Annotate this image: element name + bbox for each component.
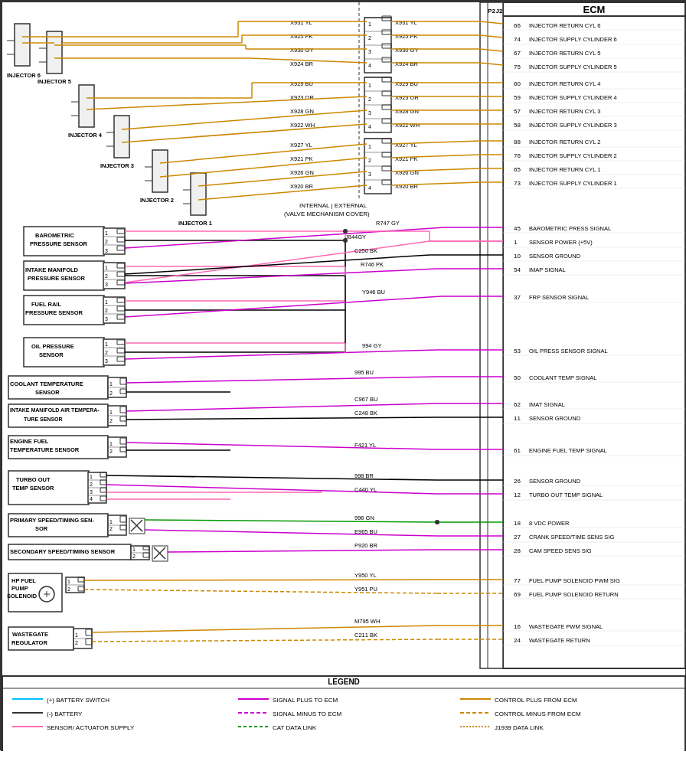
diagram-container: ECM P2 J2 66 INJECTOR RETURN CYL 6 74 IN…: [0, 0, 686, 750]
svg-text:X930 GY: X930 GY: [395, 47, 418, 54]
svg-rect-171: [47, 31, 62, 74]
svg-text:76: 76: [514, 152, 521, 159]
svg-text:3: 3: [90, 489, 93, 495]
svg-text:TEMPERATURE SENSOR: TEMPERATURE SENSOR: [10, 446, 80, 453]
svg-text:62: 62: [514, 401, 521, 408]
svg-text:ENGINE FUEL: ENGINE FUEL: [10, 438, 49, 445]
svg-text:4: 4: [368, 124, 371, 129]
svg-text:50: 50: [514, 374, 521, 381]
svg-point-405: [435, 520, 439, 524]
svg-text:996 GN: 996 GN: [354, 514, 374, 521]
svg-text:X929 BU: X929 BU: [395, 80, 418, 87]
svg-text:3: 3: [368, 49, 371, 54]
svg-text:994 GY: 994 GY: [362, 342, 381, 349]
svg-text:J1939 DATA LINK: J1939 DATA LINK: [495, 724, 544, 731]
svg-text:2: 2: [109, 418, 113, 423]
svg-text:SENSOR/ ACTUATOR SUPPLY: SENSOR/ ACTUATOR SUPPLY: [47, 724, 135, 731]
svg-text:2: 2: [90, 482, 93, 487]
svg-text:WASTEGATE: WASTEGATE: [12, 631, 48, 638]
svg-text:CAM SPEED SENS SIG: CAM SPEED SENS SIG: [529, 547, 592, 554]
svg-text:X929 BU: X929 BU: [290, 80, 313, 87]
svg-text:2: 2: [109, 390, 113, 396]
svg-text:SENSOR POWER (+5V): SENSOR POWER (+5V): [529, 239, 593, 246]
svg-text:TEMP SENSOR: TEMP SENSOR: [12, 485, 54, 492]
svg-text:1: 1: [105, 230, 108, 236]
svg-text:65: 65: [514, 166, 521, 173]
svg-text:1: 1: [132, 547, 136, 552]
svg-text:X931 YL: X931 YL: [290, 19, 312, 26]
svg-text:26: 26: [514, 478, 521, 485]
svg-text:1: 1: [90, 474, 93, 479]
svg-text:SOLENOID: SOLENOID: [7, 593, 38, 599]
svg-text:OIL PRESSURE: OIL PRESSURE: [31, 343, 74, 350]
svg-text:2: 2: [67, 586, 70, 592]
svg-text:CAT DATA LINK: CAT DATA LINK: [273, 724, 317, 731]
svg-text:16: 16: [514, 623, 521, 630]
svg-text:67: 67: [514, 50, 521, 57]
svg-text:ENGINE FUEL TEMP SIGNAL: ENGINE FUEL TEMP SIGNAL: [529, 447, 607, 454]
svg-text:18: 18: [514, 520, 521, 527]
svg-text:1: 1: [514, 239, 518, 246]
svg-text:INJECTOR RETURN CYL 6: INJECTOR RETURN CYL 6: [529, 22, 600, 29]
svg-text:58: 58: [514, 122, 521, 129]
wiring-diagram-svg: ECM P2 J2 66 INJECTOR RETURN CYL 6 74 IN…: [1, 1, 686, 751]
svg-text:INJECTOR SUPPLY CYLINDER 3: INJECTOR SUPPLY CYLINDER 3: [529, 122, 617, 129]
svg-text:4: 4: [368, 63, 371, 68]
svg-text:IMAT SIGNAL: IMAT SIGNAL: [529, 401, 565, 408]
svg-rect-298: [24, 338, 104, 367]
svg-text:C248 BK: C248 BK: [354, 410, 377, 416]
svg-text:COOLANT TEMP SIGNAL: COOLANT TEMP SIGNAL: [529, 374, 596, 381]
svg-text:1: 1: [105, 265, 108, 270]
svg-text:WASTEGATE RETURN: WASTEGATE RETURN: [529, 637, 590, 644]
svg-text:X924 BR: X924 BR: [395, 60, 419, 67]
svg-text:P2: P2: [488, 8, 495, 15]
svg-text:4: 4: [368, 185, 371, 191]
svg-text:995 BU: 995 BU: [354, 369, 374, 376]
svg-text:60: 60: [514, 80, 521, 87]
svg-text:R746 PK: R746 PK: [361, 261, 384, 268]
svg-text:3: 3: [105, 248, 108, 253]
svg-text:1: 1: [67, 579, 70, 584]
svg-text:INJECTOR 3: INJECTOR 3: [100, 162, 134, 169]
svg-rect-179: [114, 116, 129, 158]
svg-text:CONTROL MINUS FROM ECM: CONTROL MINUS FROM ECM: [495, 710, 581, 717]
svg-text:X926 GN: X926 GN: [290, 169, 314, 176]
svg-text:BAROMETRIC PRESS SIGNAL: BAROMETRIC PRESS SIGNAL: [529, 225, 611, 232]
svg-text:1: 1: [109, 381, 113, 387]
svg-text:INJECTOR 4: INJECTOR 4: [68, 132, 103, 139]
svg-text:LEGEND: LEGEND: [328, 678, 360, 686]
svg-text:53: 53: [514, 348, 521, 354]
svg-text:INJECTOR 6: INJECTOR 6: [7, 72, 41, 79]
svg-text:Y950 YL: Y950 YL: [354, 572, 377, 579]
svg-text:61: 61: [514, 447, 521, 454]
svg-text:TURE SENSOR: TURE SENSOR: [24, 416, 63, 422]
svg-text:77: 77: [514, 577, 521, 584]
svg-text:P920 BR: P920 BR: [354, 542, 378, 549]
svg-text:998 BR: 998 BR: [354, 472, 374, 479]
svg-line-433: [84, 580, 437, 580]
svg-text:FRP SENSOR SIGNAL: FRP SENSOR SIGNAL: [529, 294, 589, 301]
svg-text:C250 BK: C250 BK: [354, 247, 377, 254]
svg-text:X925 PK: X925 PK: [395, 33, 418, 40]
svg-text:INJECTOR 2: INJECTOR 2: [140, 197, 174, 204]
svg-point-321: [343, 229, 348, 234]
svg-text:1: 1: [109, 519, 113, 524]
svg-text:73: 73: [514, 180, 521, 187]
svg-text:C440 YL: C440 YL: [354, 486, 377, 493]
svg-text:74: 74: [514, 36, 521, 43]
svg-text:1: 1: [368, 21, 371, 27]
svg-text:69: 69: [514, 591, 521, 598]
svg-text:2: 2: [132, 554, 136, 559]
svg-text:INJECTOR SUPPLY CYLINDER 5: INJECTOR SUPPLY CYLINDER 5: [529, 64, 617, 70]
svg-rect-455: [2, 676, 685, 751]
svg-text:(VALVE MECHANISM COVER): (VALVE MECHANISM COVER): [284, 211, 370, 217]
svg-point-322: [343, 238, 348, 243]
svg-text:INJECTOR SUPPLY CYLINDER 6: INJECTOR SUPPLY CYLINDER 6: [529, 36, 617, 43]
svg-text:1: 1: [368, 83, 371, 88]
svg-text:45: 45: [514, 225, 521, 232]
svg-text:X923 OR: X923 OR: [395, 94, 419, 101]
svg-text:C211 BK: C211 BK: [354, 632, 377, 639]
svg-text:3: 3: [105, 282, 108, 287]
svg-text:X922 WH: X922 WH: [290, 122, 315, 129]
svg-text:Y946 BU: Y946 BU: [362, 289, 385, 296]
